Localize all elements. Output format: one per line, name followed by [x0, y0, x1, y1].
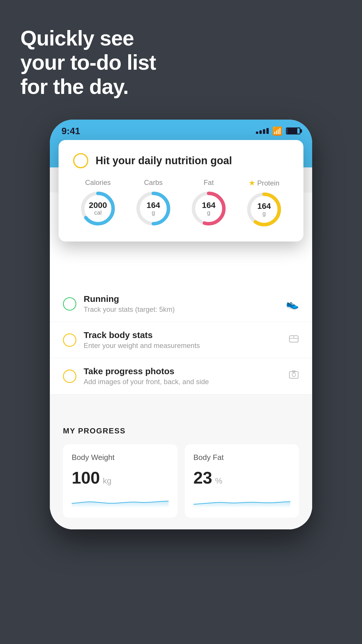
body-fat-value: 23: [194, 468, 212, 487]
todo-item-photos[interactable]: Take progress photos Add images of your …: [50, 358, 312, 394]
photo-icon: [289, 370, 299, 383]
nutrition-protein: ★ Protein 164 g: [245, 178, 283, 228]
calories-value: 2000: [89, 201, 107, 209]
body-weight-value: 100: [72, 468, 100, 487]
carbs-donut: 164 g: [134, 190, 172, 228]
todo-subtitle-photos: Add images of your front, back, and side: [84, 378, 281, 386]
wifi-icon: 📶: [272, 126, 282, 136]
hero-title: Quickly see your to-do list for the day.: [20, 26, 156, 99]
scale-icon: [289, 333, 299, 346]
carbs-value: 164: [147, 201, 160, 209]
signal-bar-4: [266, 128, 269, 134]
body-weight-value-row: 100 kg: [72, 468, 169, 487]
fat-label: Fat: [204, 178, 214, 187]
nutrition-card-title: Hit your daily nutrition goal: [96, 155, 232, 167]
todo-subtitle-running: Track your stats (target: 5km): [84, 305, 279, 314]
nutrition-fat: Fat 164 g: [190, 178, 228, 228]
calories-donut: 2000 cal: [79, 190, 117, 228]
protein-star-icon: ★: [249, 178, 255, 188]
carbs-unit: g: [147, 209, 160, 216]
todo-item-body-stats[interactable]: Track body stats Enter your weight and m…: [50, 322, 312, 358]
signal-bar-1: [256, 132, 258, 134]
card-title-row: Hit your daily nutrition goal: [73, 153, 289, 168]
calories-value-area: 2000 cal: [89, 201, 107, 216]
calories-unit: cal: [89, 209, 107, 216]
body-fat-unit: %: [215, 476, 222, 486]
fat-value-area: 164 g: [202, 201, 216, 216]
floating-nutrition-card: Hit your daily nutrition goal Calories 2…: [59, 140, 303, 242]
todo-text-running: Running Track your stats (target: 5km): [84, 294, 279, 314]
todo-subtitle-body-stats: Enter your weight and measurements: [84, 342, 281, 350]
status-bar: 9:41 📶: [50, 120, 312, 140]
todo-text-photos: Take progress photos Add images of your …: [84, 366, 281, 386]
fat-unit: g: [202, 209, 216, 216]
carbs-value-area: 164 g: [147, 201, 160, 216]
todo-text-body-stats: Track body stats Enter your weight and m…: [84, 330, 281, 350]
todo-circle-running: [63, 297, 76, 311]
spacer: [50, 394, 312, 412]
protein-label: ★ Protein: [249, 178, 279, 188]
shoe-icon: 👟: [286, 298, 299, 310]
protein-value-area: 164 g: [257, 202, 271, 217]
body-weight-chart: [72, 493, 169, 508]
todo-title-running: Running: [84, 294, 279, 304]
body-weight-card[interactable]: Body Weight 100 kg: [63, 444, 178, 518]
body-fat-card[interactable]: Body Fat 23 %: [185, 444, 299, 518]
fat-value: 164: [202, 201, 216, 209]
calories-label: Calories: [85, 178, 111, 187]
todo-item-running[interactable]: Running Track your stats (target: 5km) 👟: [50, 286, 312, 322]
protein-donut: 164 g: [245, 190, 283, 228]
nutrition-circles: Calories 2000 cal Carbs: [73, 178, 289, 228]
nutrition-check-circle[interactable]: [73, 153, 88, 168]
body-fat-chart: [194, 493, 291, 508]
svg-rect-3: [289, 372, 298, 378]
todo-list: Running Track your stats (target: 5km) 👟…: [50, 286, 312, 394]
todo-title-body-stats: Track body stats: [84, 330, 281, 340]
body-fat-label: Body Fat: [194, 453, 291, 462]
body-fat-value-row: 23 %: [194, 468, 291, 487]
body-weight-label: Body Weight: [72, 453, 169, 462]
carbs-label: Carbs: [144, 178, 163, 187]
battery-fill: [287, 128, 297, 134]
todo-title-photos: Take progress photos: [84, 366, 281, 376]
nutrition-carbs: Carbs 164 g: [134, 178, 172, 228]
todo-circle-body-stats: [63, 333, 76, 347]
svg-point-4: [292, 373, 296, 377]
signal-bar-3: [263, 129, 265, 134]
progress-section: MY PROGRESS Body Weight 100 kg: [50, 412, 312, 529]
progress-cards: Body Weight 100 kg: [63, 444, 299, 518]
signal-bar-2: [259, 130, 262, 134]
nutrition-calories: Calories 2000 cal: [79, 178, 117, 228]
status-time: 9:41: [61, 126, 80, 136]
signal-bars-icon: [256, 128, 269, 134]
protein-value: 164: [257, 202, 271, 210]
fat-donut: 164 g: [190, 190, 228, 228]
battery-icon: [286, 127, 301, 134]
status-icons: 📶: [256, 126, 301, 136]
progress-section-title: MY PROGRESS: [63, 426, 299, 435]
body-weight-unit: kg: [103, 476, 112, 486]
protein-unit: g: [257, 210, 271, 217]
todo-circle-photos: [63, 370, 76, 383]
